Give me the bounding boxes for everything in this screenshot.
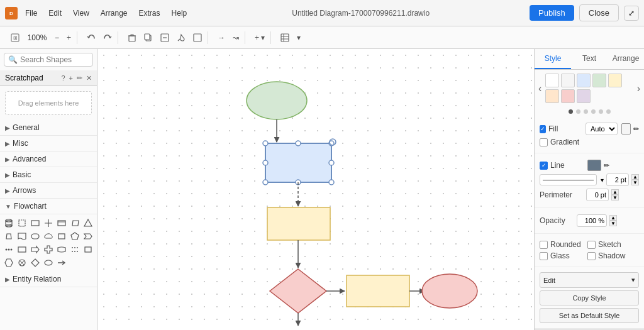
swatch-next-button[interactable]: › [635, 83, 643, 94]
shape-ellipse-pink[interactable] [422, 274, 477, 308]
fill-edit-icon[interactable]: ✏ [633, 125, 639, 133]
search-box[interactable]: 🔍 [4, 53, 93, 67]
dot-3[interactable] [591, 109, 596, 114]
shape-arrow-r[interactable] [29, 243, 42, 256]
page-selector[interactable]: ⊞ [8, 31, 23, 44]
swatch-light-red[interactable] [561, 89, 575, 103]
shape-term[interactable] [29, 230, 42, 243]
fill-checkbox[interactable]: ✓ [540, 125, 546, 133]
shape-hex[interactable] [3, 256, 15, 269]
zoom-out-button[interactable]: − [52, 31, 62, 44]
opacity-input[interactable]: 100 % [577, 214, 607, 227]
line-edit-icon[interactable]: ✏ [604, 162, 609, 170]
shape-tri[interactable] [82, 217, 94, 229]
shape-rect-selected[interactable] [265, 143, 331, 182]
shape-pentagon[interactable] [69, 230, 81, 243]
opacity-down[interactable]: ▼ [609, 221, 617, 226]
swatch-light-green[interactable] [592, 74, 606, 87]
search-input[interactable] [20, 55, 97, 64]
gradient-checkbox[interactable] [540, 138, 548, 146]
fill-button[interactable] [174, 31, 189, 44]
handle-br[interactable] [329, 180, 334, 185]
opacity-up[interactable]: ▲ [609, 215, 617, 221]
dot-4[interactable] [599, 109, 603, 114]
diagram-svg[interactable] [97, 49, 534, 330]
sidebar-item-entity-relation[interactable]: ▶ Entity Relation [0, 272, 97, 287]
shape-dots[interactable] [3, 243, 15, 256]
tab-arrange[interactable]: Arrange [608, 49, 644, 69]
publish-button[interactable]: Publish [530, 5, 574, 21]
sketch-checkbox[interactable] [587, 241, 596, 249]
glass-checkbox[interactable] [540, 252, 548, 260]
dot-2[interactable] [584, 109, 588, 114]
fill-auto-select[interactable]: Auto [586, 123, 618, 135]
scratchpad-help-icon[interactable]: ? [61, 74, 65, 82]
swatch-light-gray[interactable] [561, 74, 575, 87]
shape-circle-x[interactable] [16, 256, 28, 269]
shape-para[interactable] [69, 217, 81, 229]
sidebar-item-arrows[interactable]: ▶ Arrows [0, 183, 97, 199]
shadow-checkbox[interactable] [587, 252, 596, 260]
sidebar-item-general[interactable]: ▶ General [0, 120, 97, 136]
shape-diamond[interactable] [270, 269, 326, 313]
swatch-prev-button[interactable]: ‹ [536, 83, 544, 94]
menu-extras[interactable]: Extras [134, 8, 165, 19]
line-weight-down[interactable]: ▼ [631, 180, 639, 185]
shape-cross[interactable] [42, 217, 55, 229]
line-style-select[interactable] [540, 174, 597, 185]
perimeter-up[interactable]: ▲ [611, 189, 619, 195]
swatch-light-orange[interactable] [545, 89, 559, 103]
shape-oval[interactable] [42, 256, 55, 269]
line-weight-input[interactable]: 2 pt [606, 173, 629, 186]
shape-chevron[interactable] [82, 230, 94, 243]
view-more[interactable]: ▾ [294, 31, 304, 44]
table-button[interactable] [277, 31, 292, 44]
shape-doc[interactable] [16, 230, 28, 243]
shape-cloud[interactable] [42, 230, 55, 243]
shape-plus[interactable] [42, 243, 55, 256]
set-default-button[interactable]: Set as Default Style [540, 308, 639, 323]
handle-ml[interactable] [263, 160, 268, 165]
swatch-light-purple[interactable] [577, 89, 591, 103]
swatch-light-yellow[interactable] [608, 74, 622, 87]
shape-arrow2[interactable] [55, 256, 68, 269]
scratchpad-close-icon[interactable]: ✕ [86, 74, 92, 82]
menu-help[interactable]: Help [167, 8, 192, 19]
perimeter-down[interactable]: ▼ [611, 195, 619, 201]
close-button[interactable]: Close [579, 4, 619, 21]
shape-button[interactable] [190, 31, 205, 44]
zoom-in-button[interactable]: + [64, 31, 74, 44]
handle-tm[interactable] [296, 141, 301, 146]
dot-1[interactable] [576, 109, 580, 114]
menu-view[interactable]: View [68, 8, 94, 19]
shape-rect3[interactable] [55, 230, 68, 243]
menu-edit[interactable]: Edit [43, 8, 67, 19]
copy-button[interactable] [141, 31, 156, 44]
menu-file[interactable]: File [20, 8, 42, 19]
connector-button[interactable]: → [214, 31, 228, 44]
redo-button[interactable] [100, 31, 115, 44]
line-checkbox[interactable]: ✓ [540, 162, 548, 170]
format-button[interactable] [157, 31, 172, 44]
shape-cylinder[interactable] [3, 217, 15, 229]
dot-5[interactable] [606, 109, 611, 114]
menu-arrange[interactable]: Arrange [96, 8, 133, 19]
delete-button[interactable] [125, 31, 140, 44]
tab-text[interactable]: Text [571, 49, 608, 69]
copy-style-button[interactable]: Copy Style [540, 290, 639, 305]
shape-rect-yellow-1[interactable] [267, 207, 330, 240]
shape-rect[interactable] [29, 217, 42, 229]
perimeter-input[interactable]: 0 pt [586, 189, 609, 201]
swatch-light-blue[interactable] [577, 74, 591, 87]
scratchpad-edit-icon[interactable]: ✏ [77, 74, 82, 82]
fill-color-pick[interactable] [621, 123, 631, 135]
shape-dots2[interactable] [69, 243, 81, 256]
canvas[interactable] [97, 49, 534, 330]
shape-trapezo[interactable] [3, 230, 15, 243]
rounded-checkbox[interactable] [540, 241, 548, 249]
waypoint-button[interactable]: ↝ [230, 31, 242, 44]
shape-rect5[interactable] [82, 243, 94, 256]
shape-rect-yellow-2[interactable] [347, 275, 409, 307]
shape-bracket[interactable] [16, 217, 28, 229]
sidebar-item-flowchart[interactable]: ▼ Flowchart [0, 199, 97, 214]
